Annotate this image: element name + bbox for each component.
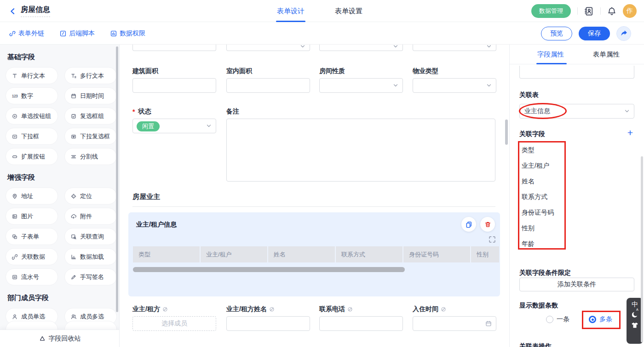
panel-scrollbar[interactable] — [641, 156, 643, 342]
properties-panel: 字段属性 表单属性 关联表 业主信息 关联字段 + 类型 业主/租户 姓名 联系… — [509, 45, 644, 347]
eye-off-icon — [347, 307, 353, 312]
delete-field-button[interactable] — [480, 217, 495, 232]
field-label-status: *状态 — [132, 108, 151, 116]
assoc-field-item[interactable]: 联系方式 — [522, 193, 547, 201]
chevron-down-icon — [393, 45, 398, 49]
radio-one[interactable] — [546, 316, 553, 323]
section-divider — [132, 206, 495, 207]
building-area-input[interactable] — [132, 78, 216, 93]
field-label-checkin-time: 入住时间 — [413, 305, 446, 313]
field-type-divider[interactable]: 分割线 — [64, 148, 117, 165]
field-type-datetime[interactable]: 日期时间 — [64, 87, 117, 104]
field-type-radio-group[interactable]: 单选按钮组 — [6, 108, 58, 125]
chevron-down-icon — [486, 45, 492, 49]
field-type-location[interactable]: 定位 — [64, 188, 117, 205]
external-link-label: 表单外链 — [18, 29, 44, 38]
remark-textarea[interactable] — [226, 119, 495, 182]
assoc-table-select[interactable]: 业主信息 — [519, 104, 634, 119]
radio-one-label[interactable]: 一条 — [557, 315, 569, 324]
field-type-assoc-data[interactable]: 关联数据 — [6, 248, 58, 265]
field-type-multi-line-text[interactable]: 多行文本 — [64, 67, 117, 84]
field-type-select[interactable]: 下拉框 — [6, 128, 58, 145]
radio-many-label[interactable]: 多条 — [599, 315, 612, 324]
owner-name-input-field[interactable] — [227, 317, 310, 330]
field-select-partial[interactable] — [226, 45, 310, 51]
assoc-field-item[interactable]: 年龄 — [522, 240, 535, 248]
field-label: 室内面积 — [226, 67, 252, 75]
preview-button[interactable]: 预览 — [541, 27, 572, 40]
field-recycle-bin[interactable]: 字段回收站 — [0, 330, 120, 347]
sub-toolbar: 表单外链 后端脚本 数据权限 预览 保存 — [0, 22, 644, 45]
sidebar-scrollbar[interactable] — [116, 46, 118, 312]
radio-many[interactable] — [589, 316, 596, 323]
tab-form-design[interactable]: 表单设计 — [277, 0, 305, 22]
member-picker[interactable]: 选择成员 — [132, 316, 216, 331]
field-label: 物业类型 — [413, 67, 438, 75]
divider — [577, 7, 578, 15]
subtable-card-selected[interactable]: 业主/租户信息 类型 业主/租户 姓名 联系方式 身份证号码 性别 — [128, 212, 500, 296]
backend-script-link[interactable]: 后端脚本 — [60, 29, 95, 38]
indoor-area-input-field[interactable] — [227, 79, 310, 92]
assoc-field-item[interactable]: 身份证号码 — [522, 209, 554, 217]
theme-shirt-icon[interactable] — [631, 322, 638, 329]
owner-name-input[interactable] — [226, 316, 310, 331]
subtable-horizontal-scrollbar[interactable] — [133, 267, 405, 272]
canvas-scrollbar[interactable] — [505, 119, 508, 145]
copy-field-button[interactable] — [461, 217, 476, 232]
field-type-assoc-query[interactable]: 关联查询 — [64, 228, 117, 245]
chevron-down-icon — [486, 83, 492, 88]
field-type-subform[interactable]: 子表单 — [6, 228, 58, 245]
phone-input[interactable] — [319, 316, 403, 331]
field-type-single-line-text[interactable]: 单行文本 — [6, 67, 58, 84]
assoc-field-item[interactable]: 业主/租户 — [522, 162, 549, 170]
field-type-data-load[interactable]: 数据加载 — [64, 248, 117, 265]
field-type-number[interactable]: 123数字 — [6, 87, 58, 104]
field-select-partial[interactable] — [413, 45, 496, 51]
room-nature-select[interactable] — [319, 78, 403, 93]
field-select-partial[interactable] — [319, 45, 403, 51]
expand-icon[interactable] — [489, 236, 496, 243]
field-type-serial-number[interactable]: 流水号 — [6, 268, 58, 285]
field-type-attachment[interactable]: 附件 — [64, 208, 117, 225]
field-type-address[interactable]: 地址 — [6, 188, 58, 205]
field-type-multi-select[interactable]: 下拉复选框 — [64, 128, 117, 145]
field-type-signature[interactable]: 手写签名 — [64, 268, 117, 285]
field-input-partial[interactable] — [132, 45, 216, 51]
indoor-area-input[interactable] — [226, 78, 310, 93]
data-permission-link[interactable]: 数据权限 — [110, 29, 145, 38]
save-button[interactable]: 保存 — [579, 27, 610, 40]
form-external-link[interactable]: 表单外链 — [9, 29, 44, 38]
field-type-image[interactable]: 图片 — [6, 208, 58, 225]
tab-form-settings[interactable]: 表单设置 — [335, 0, 362, 22]
add-assoc-field-icon[interactable]: + — [627, 128, 633, 137]
data-manage-button[interactable]: 数据管理 — [531, 4, 571, 18]
status-select[interactable]: 闲置 — [132, 119, 216, 133]
assoc-field-item[interactable]: 类型 — [522, 146, 535, 154]
assoc-field-item[interactable]: 姓名 — [522, 177, 535, 186]
panel-tabs: 字段属性 表单属性 — [510, 45, 644, 64]
backend-script-label: 后端脚本 — [69, 29, 95, 38]
subtable-column: 业主/租户 — [201, 246, 268, 262]
subtable-header: 类型 业主/租户 姓名 联系方式 身份证号码 性别 — [133, 246, 499, 262]
page-title: 房屋信息 — [21, 5, 50, 17]
share-button[interactable] — [616, 26, 631, 41]
add-condition-button[interactable]: 添加关联条件 — [519, 278, 634, 291]
property-type-select[interactable] — [413, 78, 496, 93]
field-type-checkbox-group[interactable]: 复选框组 — [64, 108, 117, 125]
phone-input-field[interactable] — [320, 317, 402, 330]
extend-button-icon — [11, 154, 18, 159]
field-type-extend-button[interactable]: 扩展按钮 — [6, 148, 58, 165]
language-toggle-icon[interactable]: 中A — [632, 301, 638, 308]
building-area-input-field[interactable] — [133, 79, 216, 92]
partial-input[interactable] — [519, 66, 634, 79]
tab-field-properties[interactable]: 字段属性 — [537, 45, 564, 64]
assoc-field-item[interactable]: 性别 — [522, 224, 535, 233]
avatar[interactable]: 作 — [623, 4, 637, 18]
contacts-icon[interactable] — [584, 6, 594, 16]
checkin-date-input[interactable] — [413, 316, 496, 331]
tab-form-properties[interactable]: 表单属性 — [593, 45, 620, 64]
back-icon[interactable] — [9, 8, 16, 15]
bell-icon[interactable] — [607, 6, 616, 16]
field-label: 房间性质 — [319, 67, 345, 75]
member-single-icon — [11, 314, 18, 319]
